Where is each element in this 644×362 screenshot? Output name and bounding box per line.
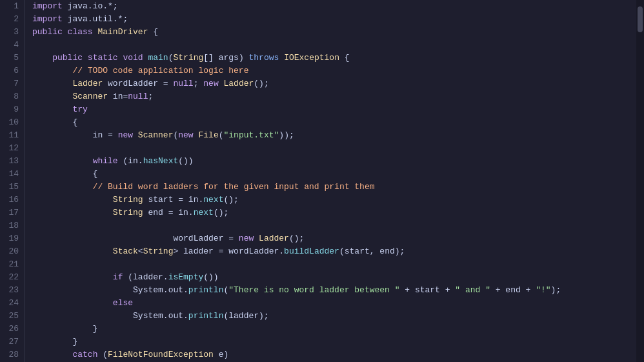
line-number: 7: [5, 77, 19, 90]
token: java.io.*;: [68, 1, 118, 11]
code-line: Ladder wordLadder = null; new Ladder();: [32, 77, 636, 90]
line-number: 9: [5, 103, 19, 116]
token: (start, end);: [339, 246, 405, 256]
scrollbar[interactable]: [636, 0, 644, 362]
code-line: [32, 258, 636, 271]
line-number: 3: [5, 26, 19, 39]
code-line: }: [32, 323, 636, 336]
token: {: [153, 27, 158, 37]
token: [32, 272, 113, 282]
token: Ladder: [259, 234, 289, 243]
token: wordLadder =: [32, 234, 239, 243]
code-line: // Build word ladders for the given inpu…: [32, 181, 636, 194]
token: <: [138, 246, 143, 256]
token: throws: [249, 53, 285, 63]
token: ();: [214, 208, 228, 217]
line-number: 5: [5, 52, 19, 65]
line-number: 10: [5, 116, 19, 129]
line-number: 24: [5, 297, 19, 310]
line-number: 16: [5, 194, 19, 206]
token: String: [113, 208, 143, 217]
token: "!": [536, 285, 550, 295]
token: if: [113, 272, 128, 282]
token: class: [68, 27, 98, 37]
token: new: [178, 130, 198, 140]
code-line: catch (FileNotFoundException e): [32, 348, 636, 361]
token: File: [198, 130, 218, 140]
token: [32, 298, 113, 308]
line-number: 11: [5, 129, 19, 142]
token: [32, 92, 72, 101]
token: buildLadder: [284, 246, 339, 256]
token: main: [148, 53, 168, 63]
token: next: [203, 195, 223, 205]
line-number: 20: [5, 245, 19, 258]
token: [32, 246, 113, 256]
line-number: 25: [5, 310, 19, 323]
token: catch: [72, 350, 103, 359]
token: end = in.: [143, 208, 194, 217]
line-number: 14: [5, 168, 19, 181]
token: Scanner: [138, 130, 174, 140]
token: static: [88, 53, 123, 63]
token: (: [103, 350, 108, 359]
token: Stack: [113, 246, 138, 256]
token: ();: [223, 195, 238, 205]
token: // Build word ladders for the given inpu…: [32, 182, 375, 192]
token: "input.txt": [224, 130, 279, 140]
token: start = in.: [143, 195, 204, 205]
token: null: [128, 92, 148, 101]
token: isEmpty: [168, 272, 204, 282]
token: String: [173, 53, 203, 63]
token: {: [32, 117, 77, 127]
token: in=: [108, 92, 128, 101]
token: [] args): [203, 53, 248, 63]
code-line: [32, 142, 636, 155]
token: import: [32, 14, 68, 24]
token: Ladder: [224, 79, 254, 88]
line-number: 21: [5, 258, 19, 271]
line-number: 4: [5, 39, 19, 52]
line-number: 15: [5, 181, 19, 194]
token: System.out.: [32, 285, 188, 295]
token: println: [188, 285, 224, 295]
token: System.out.: [32, 311, 188, 321]
token: in =: [32, 130, 118, 140]
code-line: {: [32, 168, 636, 181]
code-content[interactable]: import java.io.*;import java.util.*;publ…: [25, 0, 636, 362]
code-line: if (ladder.isEmpty()): [32, 271, 636, 284]
code-line: [32, 219, 636, 232]
line-number: 22: [5, 271, 19, 284]
token: (in.: [123, 156, 143, 166]
token: public: [32, 53, 88, 63]
token: println: [188, 311, 224, 321]
code-line: String end = in.next();: [32, 206, 636, 219]
token: String: [113, 195, 143, 205]
token: next: [194, 208, 214, 217]
token: new: [239, 234, 259, 243]
code-line: while (in.hasNext()): [32, 155, 636, 168]
token: while: [93, 156, 123, 166]
token: e): [214, 350, 228, 359]
code-line: }: [32, 336, 636, 348]
token: ));: [279, 130, 294, 140]
code-line: wordLadder = new Ladder();: [32, 232, 636, 245]
code-line: in = new Scanner(new File("input.txt"));: [32, 129, 636, 142]
code-line: import java.util.*;: [32, 13, 636, 26]
token: + end +: [490, 285, 536, 295]
token: " and ": [455, 285, 490, 295]
scrollbar-thumb[interactable]: [638, 6, 643, 32]
code-line: String start = in.next();: [32, 194, 636, 206]
line-number: 12: [5, 142, 19, 155]
token: [32, 208, 113, 217]
token: [32, 79, 72, 88]
line-number: 2: [5, 13, 19, 26]
line-number: 19: [5, 232, 19, 245]
token: IOException: [284, 53, 339, 63]
token: ();: [254, 79, 268, 88]
code-line: try: [32, 103, 636, 116]
code-line: [32, 39, 636, 52]
token: wordLadder =: [103, 79, 173, 88]
token: }: [32, 337, 77, 347]
line-number: 13: [5, 155, 19, 168]
